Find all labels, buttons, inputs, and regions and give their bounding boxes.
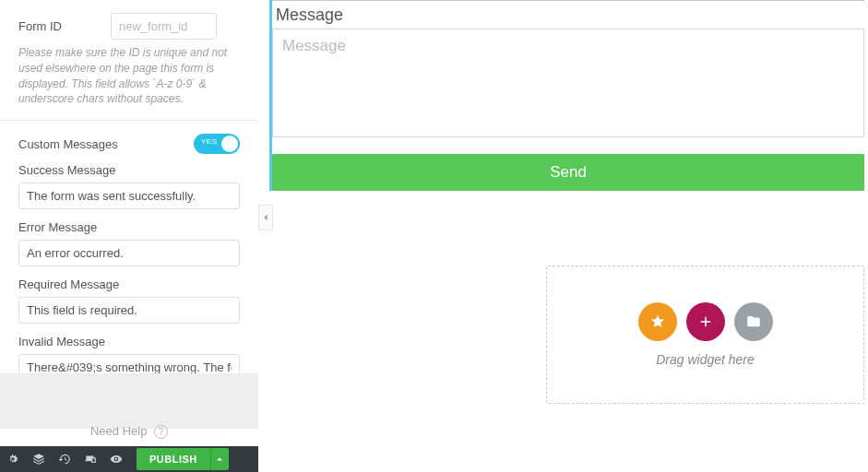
- help-icon: ?: [154, 425, 168, 439]
- history-icon[interactable]: [52, 446, 77, 472]
- required-message-block: Required Message: [0, 277, 258, 335]
- collapse-sidebar-button[interactable]: [258, 205, 273, 230]
- star-widget-button[interactable]: [638, 302, 677, 341]
- preview-icon[interactable]: [103, 446, 129, 472]
- publish-button[interactable]: PUBLISH: [137, 448, 210, 470]
- toggle-yes-text: YES: [201, 137, 218, 146]
- publish-group: PUBLISH: [137, 448, 229, 470]
- sidebar-footer-fade: [0, 373, 258, 429]
- success-message-block: Success Message: [0, 163, 258, 220]
- devices-icon[interactable]: [77, 446, 103, 472]
- settings-icon[interactable]: [0, 446, 26, 472]
- error-message-block: Error Message: [0, 220, 258, 277]
- dropzone-label: Drag widget here: [656, 352, 755, 367]
- error-message-label: Error Message: [18, 220, 240, 234]
- form-preview: Message Message Send: [269, 0, 868, 191]
- form-id-group: Form ID Please make sure the ID is uniqu…: [0, 0, 258, 120]
- settings-sidebar: Form ID Please make sure the ID is uniqu…: [0, 0, 258, 472]
- success-message-label: Success Message: [18, 163, 240, 177]
- form-id-help-text: Please make sure the ID is unique and no…: [18, 45, 240, 107]
- custom-messages-toggle[interactable]: YES: [194, 134, 240, 154]
- widget-dropzone[interactable]: Drag widget here: [546, 266, 864, 404]
- folder-widget-button[interactable]: [734, 302, 773, 341]
- required-message-input[interactable]: [18, 297, 240, 324]
- bottom-toolbar: PUBLISH: [0, 446, 258, 472]
- success-message-input[interactable]: [18, 183, 240, 209]
- send-button[interactable]: Send: [272, 154, 864, 191]
- invalid-message-label: Invalid Message: [18, 335, 240, 348]
- custom-messages-header: Custom Messages YES: [0, 121, 258, 163]
- message-textarea[interactable]: Message: [272, 29, 864, 137]
- required-message-label: Required Message: [18, 277, 240, 291]
- canvas-area: Message Message Send Drag widget here: [258, 0, 868, 472]
- need-help-text: Need Help: [90, 424, 147, 438]
- publish-dropdown[interactable]: [210, 448, 229, 470]
- layers-icon[interactable]: [26, 446, 52, 472]
- message-field-label: Message: [272, 2, 868, 29]
- error-message-input[interactable]: [18, 240, 240, 266]
- need-help-link[interactable]: Need Help ?: [0, 424, 258, 439]
- form-id-label: Form ID: [18, 19, 111, 33]
- custom-messages-title: Custom Messages: [18, 137, 118, 151]
- form-id-input[interactable]: [111, 13, 217, 40]
- add-widget-button[interactable]: [686, 302, 725, 341]
- dropzone-actions: [638, 302, 773, 341]
- toggle-knob: [221, 136, 238, 152]
